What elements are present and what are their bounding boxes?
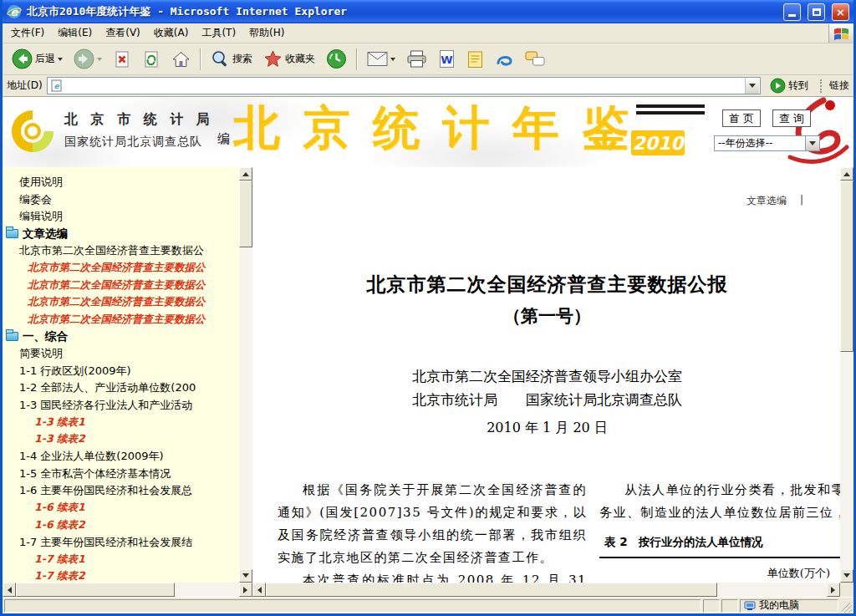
menu-item[interactable]: 文件(F) bbox=[4, 23, 51, 43]
address-bar: 地址(D) e 转到 链接 bbox=[3, 75, 853, 97]
chevron-down-icon bbox=[809, 141, 816, 149]
scroll-up-button[interactable] bbox=[840, 167, 853, 181]
refresh-icon bbox=[142, 50, 160, 69]
security-zone-pane: 我的电脑 bbox=[740, 599, 838, 613]
scroll-down-button[interactable] bbox=[840, 569, 853, 583]
toolbar-separator bbox=[356, 48, 358, 70]
sidebar-item[interactable]: 简要说明 bbox=[3, 345, 239, 363]
scroll-track[interactable] bbox=[717, 583, 827, 597]
text-column-right: 从法人单位的行业分类看，批发和零售业、 务业、制造业的法人单位数位居前三位，占全… bbox=[599, 479, 840, 583]
mail-button[interactable] bbox=[363, 48, 400, 69]
maximize-button[interactable] bbox=[808, 3, 825, 21]
sidebar-item[interactable]: 1-5 全市私营个体经济基本情况 bbox=[3, 466, 239, 483]
sidebar-item[interactable]: 1-7 续表2 bbox=[3, 568, 239, 583]
document-subtitle: （第一号） bbox=[278, 304, 817, 328]
sidebar-item[interactable]: 1-7 主要年份国民经济和社会发展结 bbox=[3, 534, 239, 552]
sidebar-item[interactable]: 一、综合 bbox=[3, 328, 239, 346]
paragraph: 从法人单位的行业分类看，批发和零售业、 务业、制造业的法人单位数位居前三位，占全… bbox=[599, 479, 840, 524]
search-icon bbox=[211, 49, 230, 69]
scroll-track[interactable] bbox=[239, 247, 252, 569]
close-button[interactable]: × bbox=[832, 3, 849, 21]
year-select-arrow[interactable] bbox=[805, 136, 819, 150]
sidebar-item[interactable]: 1-6 主要年份国民经济和社会发展总 bbox=[3, 482, 239, 500]
sidebar-item[interactable]: 北京市第二次全国经济普查主要数据公 bbox=[3, 277, 239, 294]
scroll-track[interactable] bbox=[840, 352, 853, 569]
print-icon bbox=[406, 50, 427, 68]
favorites-button[interactable]: 收藏夹 bbox=[259, 47, 319, 71]
forward-dropdown-icon[interactable] bbox=[97, 58, 102, 64]
address-input[interactable] bbox=[64, 79, 745, 93]
scroll-thumb[interactable] bbox=[266, 583, 717, 597]
forward-button[interactable] bbox=[69, 46, 106, 72]
sidebar-item[interactable]: 编委会 bbox=[3, 191, 239, 209]
menu-item[interactable]: 查看(V) bbox=[99, 23, 147, 43]
messenger-button[interactable] bbox=[491, 47, 518, 71]
back-dropdown-icon[interactable] bbox=[58, 58, 63, 64]
horizontal-scrollbars bbox=[3, 583, 853, 597]
toolbar: 后退 bbox=[3, 43, 853, 75]
print-button[interactable] bbox=[402, 48, 431, 70]
home-page-button[interactable]: 首 页 bbox=[722, 109, 761, 127]
mail-dropdown-icon[interactable] bbox=[390, 58, 395, 64]
sidebar-vertical-scrollbar[interactable] bbox=[239, 167, 252, 583]
sidebar-item[interactable]: 1-2 全部法人、产业活动单位数(200 bbox=[3, 379, 239, 397]
scroll-right-button[interactable] bbox=[239, 583, 252, 597]
go-button[interactable]: 转到 bbox=[765, 76, 813, 95]
arrow-right-icon bbox=[243, 587, 251, 593]
menu-item[interactable]: 帮助(H) bbox=[242, 23, 291, 43]
minimize-button[interactable] bbox=[783, 3, 801, 21]
sidebar-item[interactable]: 北京市第二次全国经济普查主要数据公 bbox=[3, 260, 239, 277]
home-button[interactable] bbox=[167, 48, 195, 71]
search-button[interactable]: 搜索 bbox=[206, 47, 257, 71]
scroll-down-button[interactable] bbox=[239, 569, 252, 583]
my-computer-icon bbox=[744, 601, 756, 611]
refresh-button[interactable] bbox=[138, 48, 165, 71]
discuss-button[interactable] bbox=[521, 48, 550, 70]
scroll-thumb[interactable] bbox=[840, 181, 853, 352]
menu-item[interactable]: 编辑(E) bbox=[51, 23, 99, 43]
scroll-up-button[interactable] bbox=[239, 167, 252, 181]
document-vertical-scrollbar[interactable] bbox=[840, 167, 853, 583]
menu-item[interactable]: 收藏(A) bbox=[147, 23, 196, 43]
sidebar-item[interactable]: 1-6 续表1 bbox=[3, 500, 239, 517]
scroll-left-button[interactable] bbox=[3, 583, 16, 597]
sidebar-item[interactable]: 使用说明 bbox=[3, 174, 239, 191]
ie-logo-icon: e bbox=[7, 4, 22, 19]
status-pane bbox=[703, 599, 720, 613]
menu-item[interactable]: 工具(T) bbox=[195, 23, 242, 43]
sidebar-horizontal-scrollbar[interactable] bbox=[3, 583, 252, 597]
sidebar-item[interactable]: 1-1 行政区划(2009年) bbox=[3, 363, 239, 380]
history-button[interactable] bbox=[322, 46, 351, 72]
sidebar-item[interactable]: 1-3 国民经济各行业法人和产业活动 bbox=[3, 397, 239, 415]
sidebar-item[interactable]: 北京市第二次全国经济普查主要数据公 bbox=[3, 294, 239, 312]
sidebar-item[interactable]: 文章选编 bbox=[3, 226, 239, 243]
document-horizontal-scrollbar[interactable] bbox=[252, 583, 840, 597]
edit-button[interactable] bbox=[462, 47, 488, 71]
menu-items: 文件(F) 编辑(E) 查看(V) 收藏(A) 工具(T) 帮助(H) bbox=[4, 23, 291, 43]
resize-grip[interactable] bbox=[842, 603, 852, 613]
back-icon bbox=[12, 48, 33, 69]
sidebar-item[interactable]: 1-4 企业法人单位数(2009年) bbox=[3, 448, 239, 466]
sidebar-item[interactable]: 北京市第二次全国经济普查主要数据公 bbox=[3, 311, 239, 328]
sidebar-item[interactable]: 1-3 续表2 bbox=[3, 431, 239, 449]
sidebar-item[interactable]: 1-3 续表1 bbox=[3, 414, 239, 431]
scroll-right-button[interactable] bbox=[827, 583, 840, 597]
query-button[interactable]: 查 询 bbox=[772, 109, 811, 127]
address-field[interactable]: e bbox=[47, 77, 761, 94]
sidebar-item[interactable]: 北京市第二次全国经济普查主要数据公 bbox=[3, 242, 239, 260]
stop-button[interactable] bbox=[109, 48, 135, 71]
scroll-left-button[interactable] bbox=[252, 583, 266, 597]
edit-with-word-button[interactable]: W bbox=[434, 47, 460, 71]
sidebar-item[interactable]: 编辑说明 bbox=[3, 208, 239, 226]
sidebar-item[interactable]: 1-6 续表2 bbox=[3, 517, 239, 534]
links-divider[interactable] bbox=[820, 79, 823, 93]
sidebar-item[interactable]: 1-7 续表1 bbox=[3, 551, 239, 568]
address-dropdown[interactable] bbox=[745, 78, 759, 94]
back-button[interactable]: 后退 bbox=[8, 46, 67, 72]
home-icon bbox=[171, 50, 191, 69]
year-select-dropdown[interactable]: --年份选择-- bbox=[714, 135, 820, 151]
breadcrumb-label[interactable]: 文章选编 bbox=[746, 194, 787, 208]
scroll-track[interactable] bbox=[175, 583, 239, 597]
scroll-thumb[interactable] bbox=[16, 583, 175, 597]
scroll-thumb[interactable] bbox=[239, 181, 252, 247]
